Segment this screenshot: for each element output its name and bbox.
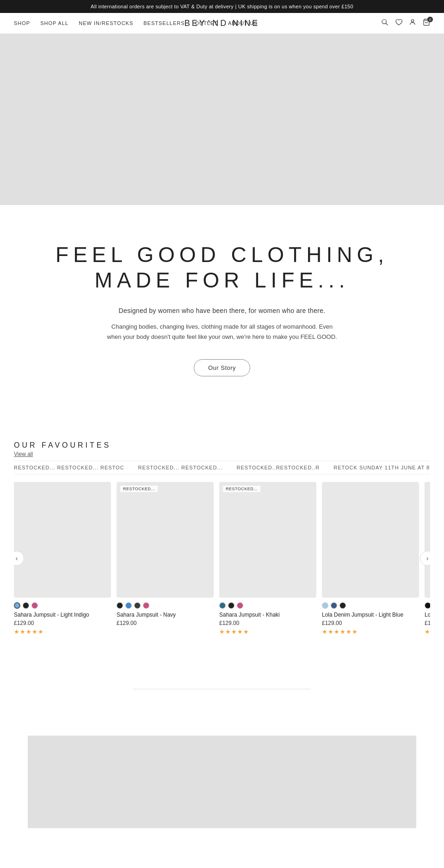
- color-swatch[interactable]: [117, 602, 123, 609]
- nav-new-in[interactable]: NEW IN/RESTOCKS: [79, 20, 133, 26]
- product-name: Lola Denim Jumpsuit - Black: [425, 612, 430, 618]
- nav-shop[interactable]: SHOP: [14, 20, 30, 26]
- star-rating: ★ ★ ★ ★ ★ ★: [425, 628, 430, 635]
- color-swatches: [14, 602, 111, 609]
- divider-section: [0, 661, 444, 717]
- color-swatches: [425, 602, 430, 609]
- star-rating: ★ ★ ★ ★ ★: [219, 628, 316, 635]
- product-name: Sahara Jumpsuit - Light Indigo: [14, 612, 111, 618]
- product-card-sahara-navy[interactable]: RESTOCKED... Sahara Jumpsuit - Navy £129…: [117, 482, 214, 635]
- search-icon[interactable]: [381, 19, 388, 28]
- main-nav: SHOP SHOP ALL NEW IN/RESTOCKS BESTSELLER…: [0, 13, 444, 34]
- color-swatch[interactable]: [339, 602, 346, 609]
- nav-icons: 0: [381, 19, 430, 28]
- color-swatch[interactable]: [134, 602, 141, 609]
- color-swatch[interactable]: [425, 602, 430, 609]
- hero-image: [0, 34, 444, 205]
- brand-logo[interactable]: BEY^ND NINE: [185, 19, 260, 28]
- star: ★: [32, 628, 37, 635]
- product-price: £129.00: [322, 620, 419, 626]
- star: ★: [340, 628, 345, 635]
- svg-point-0: [382, 19, 386, 24]
- product-price: £129.00: [219, 620, 316, 626]
- product-image: [322, 482, 419, 598]
- announcement-bar: All international orders are subject to …: [0, 0, 444, 13]
- product-price: £129.00: [117, 620, 214, 626]
- product-badge: RESTOCKED...: [120, 486, 158, 492]
- feel-good-subtitle: Designed by women who have been there, f…: [37, 307, 407, 314]
- color-swatch[interactable]: [237, 602, 243, 609]
- bottom-section: [0, 736, 444, 828]
- color-swatches: [117, 602, 214, 609]
- product-badge: RESTOCKED...: [223, 486, 260, 492]
- spacer-1: [0, 404, 444, 441]
- color-swatch[interactable]: [14, 602, 20, 609]
- divider-line: [133, 689, 311, 689]
- ticker-item: RESTOCKED..RESTOCKED..R: [237, 465, 320, 470]
- star: ★: [346, 628, 352, 635]
- feel-good-heading: FEEL GOOD CLOTHING, MADE FOR LIFE...: [37, 242, 407, 293]
- star-rating: ★ ★ ★ ★ ★ ★: [322, 628, 419, 635]
- product-image: [425, 482, 430, 598]
- star: ★: [14, 628, 19, 635]
- star: ★: [243, 628, 249, 635]
- color-swatch[interactable]: [219, 602, 226, 609]
- star: ★: [352, 628, 358, 635]
- product-name: Sahara Jumpsuit - Khaki: [219, 612, 316, 618]
- star: ★: [26, 628, 31, 635]
- star-rating: ★ ★ ★ ★ ★: [14, 628, 111, 635]
- ticker-content: RESTOCKED... RESTOCKED... RESTOC RESTOCK…: [14, 465, 430, 470]
- color-swatches: [322, 602, 419, 609]
- feel-good-section: FEEL GOOD CLOTHING, MADE FOR LIFE... Des…: [0, 205, 444, 404]
- color-swatch[interactable]: [331, 602, 337, 609]
- spacer-bottom: [0, 828, 444, 868]
- color-swatch[interactable]: [322, 602, 328, 609]
- ticker-item: RETOCK SUNDAY 11TH JUNE AT 8PM... F: [333, 465, 430, 470]
- product-name: Lola Denim Jumpsuit - Light Blue: [322, 612, 419, 618]
- star: ★: [322, 628, 327, 635]
- view-all-link[interactable]: View all: [14, 451, 33, 457]
- color-swatch[interactable]: [228, 602, 234, 609]
- product-card-sahara-khaki[interactable]: RESTOCKED... Sahara Jumpsuit - Khaki £12…: [219, 482, 316, 635]
- color-swatch[interactable]: [23, 602, 29, 609]
- product-carousel-wrap: ‹ Sahara Jumpsuit - Light Indigo £129.00…: [14, 475, 430, 643]
- star: ★: [328, 628, 333, 635]
- ticker-item: RESTOCKED... RESTOCKED... RESTOC: [14, 465, 124, 470]
- color-swatches: [219, 602, 316, 609]
- favourites-section: OUR FAVOURITES View all RESTOCKED... RES…: [0, 441, 444, 661]
- product-name: Sahara Jumpsuit - Navy: [117, 612, 214, 618]
- announcement-text: All international orders are subject to …: [91, 4, 353, 9]
- our-story-button[interactable]: Our Story: [194, 359, 250, 376]
- color-swatch[interactable]: [31, 602, 38, 609]
- color-swatch[interactable]: [143, 602, 149, 609]
- star: ★: [237, 628, 243, 635]
- wishlist-icon[interactable]: [395, 19, 402, 28]
- heading-line2: MADE FOR LIFE...: [94, 268, 349, 292]
- star-half: ★: [38, 628, 43, 635]
- ticker-bar: RESTOCKED... RESTOCKED... RESTOC RESTOCK…: [14, 461, 430, 475]
- cart-icon[interactable]: 0: [423, 19, 430, 28]
- ticker-item: RESTOCKED... RESTOCKED...: [138, 465, 223, 470]
- star: ★: [219, 628, 225, 635]
- product-card-lola-light-blue[interactable]: Lola Denim Jumpsuit - Light Blue £129.00…: [322, 482, 419, 635]
- favourites-header: OUR FAVOURITES View all: [14, 441, 430, 458]
- product-card-sahara-light-indigo[interactable]: Sahara Jumpsuit - Light Indigo £129.00 ★…: [14, 482, 111, 635]
- product-price: £129.00: [14, 620, 111, 626]
- color-swatch[interactable]: [125, 602, 132, 609]
- bottom-image: [28, 736, 416, 828]
- favourites-title: OUR FAVOURITES: [14, 441, 430, 450]
- account-icon[interactable]: [409, 19, 416, 28]
- cart-count: 0: [427, 17, 433, 22]
- star: ★: [20, 628, 25, 635]
- nav-shop-all[interactable]: SHOP ALL: [40, 20, 68, 26]
- product-image: [14, 482, 111, 598]
- product-image: RESTOCKED...: [117, 482, 214, 598]
- star: ★: [225, 628, 231, 635]
- star: ★: [334, 628, 339, 635]
- product-carousel: Sahara Jumpsuit - Light Indigo £129.00 ★…: [14, 475, 430, 643]
- svg-point-2: [411, 19, 413, 22]
- star: ★: [425, 628, 430, 635]
- heading-line1: FEEL GOOD CLOTHING,: [56, 243, 388, 267]
- nav-bestsellers[interactable]: BESTSELLERS: [143, 20, 185, 26]
- star: ★: [231, 628, 237, 635]
